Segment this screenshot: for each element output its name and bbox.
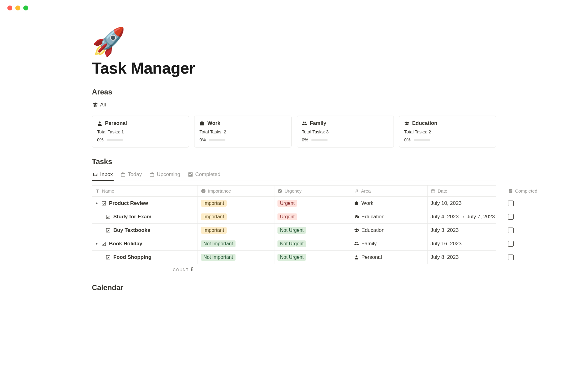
- tasks-table: Name Importance Urgency Area Date Comple…: [92, 185, 496, 264]
- table-row[interactable]: Buy Textbooks Important Not Urgent Educa…: [92, 224, 496, 237]
- education-icon: [354, 228, 359, 233]
- task-name: Study for Exam: [113, 214, 152, 220]
- areas-tab-label: All: [100, 102, 106, 108]
- inbox-icon: [92, 172, 98, 177]
- completed-checkbox[interactable]: [508, 214, 514, 220]
- area-label: Family: [361, 241, 377, 247]
- count-value: 8: [191, 267, 194, 272]
- area-card-subtitle: Total Tasks: 2: [404, 129, 491, 134]
- task-date: July 10, 2023: [431, 200, 462, 206]
- area-card[interactable]: Family Total Tasks: 3 0%: [297, 116, 394, 148]
- importance-tag: Important: [201, 227, 227, 234]
- urgency-tag: Not Urgent: [277, 240, 306, 247]
- window-minimize-button[interactable]: [15, 6, 20, 10]
- area-card-title: Personal: [105, 120, 127, 126]
- calendar-icon: [120, 172, 126, 177]
- urgency-tag: Urgent: [277, 200, 297, 207]
- layers-icon: [92, 102, 98, 108]
- area-label: Personal: [361, 254, 382, 260]
- area-card-title: Work: [207, 120, 220, 126]
- tasks-heading: Tasks: [92, 157, 496, 166]
- area-cell[interactable]: Family: [354, 241, 377, 247]
- area-cell[interactable]: Work: [354, 200, 373, 206]
- importance-tag: Important: [201, 200, 227, 207]
- importance-tag: Not Important: [201, 240, 236, 247]
- window-maximize-button[interactable]: [23, 6, 28, 10]
- area-label: Education: [361, 214, 385, 220]
- group-icon: [302, 121, 307, 126]
- select-icon: [201, 189, 206, 194]
- window-close-button[interactable]: [7, 6, 12, 10]
- completed-checkbox[interactable]: [508, 241, 514, 247]
- tasks-tab-completed[interactable]: Completed: [187, 169, 221, 181]
- area-cell[interactable]: Personal: [354, 254, 382, 260]
- arrow-icon: [354, 189, 359, 194]
- task-date: July 16, 2023: [431, 241, 462, 247]
- expand-toggle[interactable]: [95, 201, 99, 205]
- progress-bar: [209, 139, 225, 141]
- checkpage-icon: [105, 255, 111, 260]
- area-card-title: Education: [412, 120, 437, 126]
- select-icon: [277, 189, 282, 194]
- area-card[interactable]: Education Total Tasks: 2 0%: [399, 116, 496, 148]
- completed-checkbox[interactable]: [508, 255, 514, 260]
- area-card-percent: 0%: [302, 137, 308, 142]
- table-row[interactable]: Product Review Important Urgent Work Jul…: [92, 197, 496, 210]
- area-card[interactable]: Personal Total Tasks: 1 0%: [92, 116, 189, 148]
- table-row[interactable]: Book Holiday Not Important Not Urgent Fa…: [92, 237, 496, 251]
- task-date: July 4, 2023 → July 7, 2023: [431, 214, 495, 220]
- table-count-row: COUNT 8: [92, 264, 496, 272]
- area-card-subtitle: Total Tasks: 2: [199, 129, 286, 134]
- tab-label: Upcoming: [157, 171, 180, 178]
- person-icon: [354, 255, 359, 260]
- tasks-tab-upcoming[interactable]: Upcoming: [149, 169, 181, 181]
- completed-checkbox[interactable]: [508, 201, 514, 206]
- col-header-area[interactable]: Area: [351, 186, 428, 196]
- page-icon[interactable]: 🚀: [92, 28, 496, 55]
- completed-checkbox[interactable]: [508, 228, 514, 233]
- urgency-tag: Urgent: [277, 213, 297, 220]
- area-label: Work: [361, 200, 373, 206]
- area-card[interactable]: Work Total Tasks: 2 0%: [194, 116, 291, 148]
- window-controls: [0, 0, 588, 16]
- area-card-subtitle: Total Tasks: 3: [302, 129, 389, 134]
- areas-view-tabs: All: [92, 99, 496, 111]
- person-icon: [97, 121, 102, 126]
- area-label: Education: [361, 227, 385, 233]
- task-name: Buy Textbooks: [113, 227, 150, 233]
- area-cell[interactable]: Education: [354, 214, 385, 220]
- task-name: Product Review: [109, 200, 148, 206]
- col-header-urgency[interactable]: Urgency: [274, 186, 351, 196]
- progress-bar: [414, 139, 430, 141]
- progress-bar: [311, 139, 328, 141]
- briefcase-icon: [199, 121, 205, 126]
- area-card-percent: 0%: [404, 137, 411, 142]
- table-row[interactable]: Food Shopping Not Important Not Urgent P…: [92, 251, 496, 264]
- calendar-heading: Calendar: [92, 283, 496, 292]
- checkpage-icon: [105, 214, 111, 220]
- group-icon: [354, 241, 359, 246]
- checkpage-icon: [101, 201, 107, 206]
- tasks-tab-inbox[interactable]: Inbox: [92, 169, 114, 181]
- importance-tag: Important: [201, 213, 227, 220]
- col-header-importance[interactable]: Importance: [198, 186, 274, 196]
- expand-toggle[interactable]: [95, 242, 99, 246]
- briefcase-icon: [354, 201, 359, 206]
- area-card-subtitle: Total Tasks: 1: [97, 129, 184, 134]
- task-date: July 3, 2023: [431, 227, 459, 233]
- education-icon: [354, 214, 359, 219]
- col-header-name[interactable]: Name: [92, 186, 198, 196]
- table-row[interactable]: Study for Exam Important Urgent Educatio…: [92, 210, 496, 224]
- col-header-completed[interactable]: Completed: [505, 186, 541, 196]
- area-card-percent: 0%: [199, 137, 206, 142]
- tab-label: Today: [128, 171, 142, 178]
- area-card-title: Family: [310, 120, 326, 126]
- tab-label: Inbox: [100, 171, 113, 178]
- col-header-date[interactable]: Date: [428, 186, 505, 196]
- areas-tab-all[interactable]: All: [92, 99, 107, 111]
- calendar-icon: [149, 172, 155, 177]
- checkpage-icon: [101, 241, 107, 247]
- area-cell[interactable]: Education: [354, 227, 385, 233]
- check-icon: [188, 172, 193, 177]
- tasks-tab-today[interactable]: Today: [120, 169, 142, 181]
